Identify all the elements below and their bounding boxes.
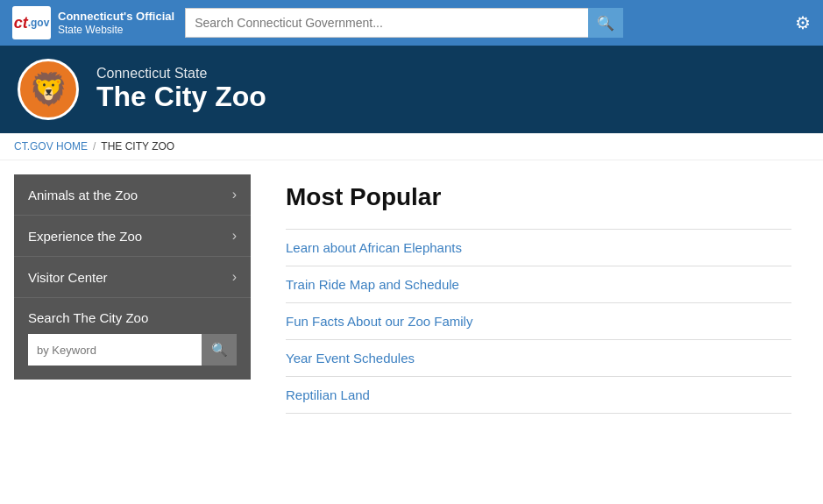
chevron-right-icon: › <box>232 269 237 285</box>
breadcrumb: CT.GOV HOME / THE CITY ZOO <box>0 133 823 160</box>
sidebar-item-experience[interactable]: Experience the Zoo › <box>14 216 251 257</box>
breadcrumb-separator: / <box>93 140 96 153</box>
list-item: Train Ride Map and Schedule <box>286 266 791 303</box>
sidebar: Animals at the Zoo › Experience the Zoo … <box>14 174 251 380</box>
breadcrumb-home-link[interactable]: CT.GOV HOME <box>14 140 88 153</box>
popular-link-fun-facts[interactable]: Fun Facts About our Zoo Family <box>286 314 472 329</box>
top-search-button[interactable]: 🔍 <box>588 8 623 38</box>
list-item: Year Event Schedules <box>286 340 791 377</box>
main-content: Animals at the Zoo › Experience the Zoo … <box>0 160 823 437</box>
chevron-right-icon: › <box>232 228 237 244</box>
sidebar-search-box: 🔍 <box>28 334 237 366</box>
sidebar-search-section: Search The City Zoo 🔍 <box>14 298 251 380</box>
popular-link-elephants[interactable]: Learn about African Elephants <box>286 240 462 255</box>
popular-link-train[interactable]: Train Ride Map and Schedule <box>286 277 459 292</box>
top-search-input[interactable] <box>185 8 588 38</box>
settings-icon[interactable]: ⚙ <box>795 12 811 33</box>
sidebar-item-animals-label: Animals at the Zoo <box>28 188 138 202</box>
ct-logo-icon: ct.gov <box>12 6 51 39</box>
popular-link-reptilian[interactable]: Reptilian Land <box>286 387 370 402</box>
header-text: Connecticut State The City Zoo <box>96 66 266 112</box>
header-subtitle: Connecticut State <box>96 66 266 82</box>
ct-logo: ct.gov Connecticut's Official State Webs… <box>12 6 174 39</box>
breadcrumb-current: THE CITY ZOO <box>101 140 174 153</box>
top-search-bar: 🔍 <box>185 8 623 38</box>
sidebar-search-label: Search The City Zoo <box>28 310 237 325</box>
site-subtitle: State Website <box>58 24 123 36</box>
lion-icon: 🦁 <box>29 71 68 108</box>
site-title: Connecticut's Official <box>58 10 174 24</box>
sidebar-item-visitor-label: Visitor Center <box>28 270 108 285</box>
header-title: The City Zoo <box>96 82 266 112</box>
list-item: Reptilian Land <box>286 377 791 414</box>
list-item: Learn about African Elephants <box>286 229 791 266</box>
most-popular-title: Most Popular <box>286 183 791 211</box>
sidebar-search-button[interactable]: 🔍 <box>202 334 237 366</box>
zoo-logo: 🦁 <box>18 59 79 120</box>
chevron-right-icon: › <box>232 187 237 202</box>
list-item: Fun Facts About our Zoo Family <box>286 303 791 340</box>
content-area: Most Popular Learn about African Elephan… <box>268 174 809 422</box>
top-bar: ct.gov Connecticut's Official State Webs… <box>0 0 823 46</box>
sidebar-item-experience-label: Experience the Zoo <box>28 229 142 244</box>
sidebar-item-visitor[interactable]: Visitor Center › <box>14 257 251 298</box>
popular-link-year-events[interactable]: Year Event Schedules <box>286 351 415 366</box>
ct-logo-text: Connecticut's Official State Website <box>58 10 174 36</box>
header-banner: 🦁 Connecticut State The City Zoo <box>0 46 823 133</box>
sidebar-search-input[interactable] <box>28 334 202 366</box>
sidebar-item-animals[interactable]: Animals at the Zoo › <box>14 174 251 216</box>
